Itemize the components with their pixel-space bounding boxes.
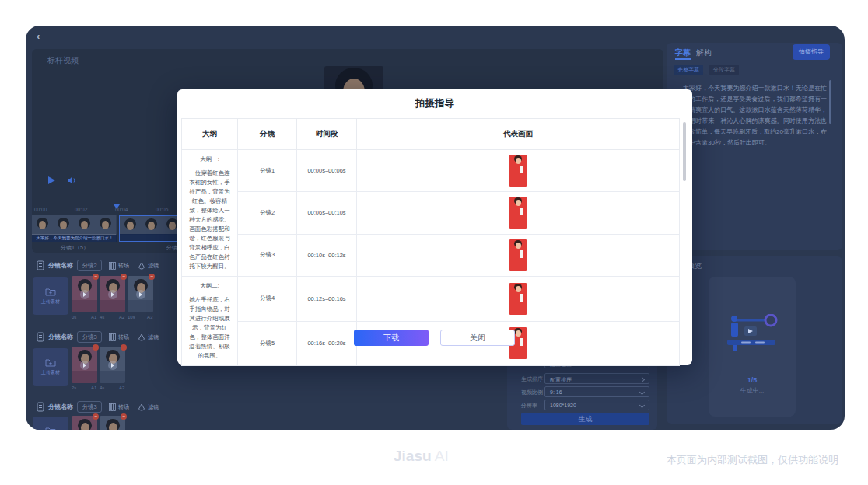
remove-clip-icon[interactable]: − — [93, 413, 99, 420]
upload-material-card[interactable]: 上传素材 — [33, 417, 68, 430]
table-header-row: 大纲 分镜 时间段 代表画面 — [182, 119, 680, 150]
modal-divider — [177, 117, 692, 117]
badge-segmented-subtitle[interactable]: 分段字幕 — [709, 65, 739, 75]
document-icon — [37, 260, 44, 270]
subtitle-text: 大家好，今天我要为您介绍一款漱口水！无论是在忙碌的工作后，还是享受美食过后，我们… — [683, 83, 827, 239]
transition-icon — [109, 403, 116, 411]
clip-thumbnail[interactable]: − — [128, 276, 153, 312]
chevron-down-icon — [639, 389, 645, 395]
table-row: 分镜2 00:06s–00:10s — [182, 192, 680, 234]
upload-label: 上传素材 — [41, 298, 60, 305]
shot-name-label: 分镜名称 — [48, 261, 73, 270]
filter-button[interactable]: 滤镜 — [138, 403, 159, 411]
remove-clip-icon[interactable]: − — [93, 274, 99, 280]
filter-icon — [138, 403, 145, 411]
remove-clip-icon[interactable]: − — [149, 274, 155, 280]
play-button[interactable] — [47, 176, 56, 185]
transition-icon — [109, 333, 116, 341]
modal-scrollbar[interactable] — [683, 122, 686, 181]
keyframe-cell — [357, 277, 680, 322]
brand-logo: Jiasu AI — [394, 448, 449, 465]
filter-label: 滤镜 — [148, 262, 159, 270]
clip-thumbnail[interactable]: − — [72, 276, 97, 312]
shooting-guide-modal: 拍摄指导 大纲 分镜 时间段 代表画面 大纲一: 一位穿着红色连衣裙的女性，手持… — [177, 89, 692, 365]
keyframe-cell — [357, 234, 680, 276]
filter-icon — [138, 333, 145, 341]
setting-value: 配置排序 — [550, 376, 572, 384]
setting-label: 视频比例 — [521, 389, 543, 396]
filter-button[interactable]: 滤镜 — [138, 262, 159, 270]
filmstrip-segment-1[interactable]: 大家好，今天我要为您介绍一款漱口水！ — [32, 215, 117, 242]
segment1-subtitle: 大家好，今天我要为您介绍一款漱口水！ — [32, 235, 117, 242]
setting-label: 生成排序 — [521, 375, 543, 383]
time-cell: 00:12s–00:16s — [297, 277, 357, 322]
remove-clip-icon[interactable]: − — [93, 344, 99, 351]
clip-time: 10s — [128, 315, 135, 319]
transition-button[interactable]: 转场 — [109, 262, 129, 270]
setting-value: 1080*1920 — [550, 403, 576, 408]
filter-icon — [138, 262, 145, 270]
shot-name-input[interactable]: 分镜3 — [77, 331, 102, 343]
upload-folder-icon — [45, 427, 56, 431]
time-cell: 00:06s–00:10s — [297, 192, 357, 234]
timeline-tick: 00:00 — [34, 207, 47, 212]
filter-button[interactable]: 滤镜 — [138, 333, 159, 341]
remove-clip-icon[interactable]: − — [121, 344, 127, 351]
shooting-guide-button[interactable]: 拍摄指导 — [793, 44, 830, 60]
clip-code: A1 — [91, 315, 96, 319]
transition-icon — [109, 262, 116, 270]
shot-name-label: 分镜名称 — [48, 333, 73, 341]
clip-thumbnail[interactable]: − — [72, 416, 97, 430]
upload-folder-icon — [45, 288, 56, 296]
video-panel-title: 标杆视频 — [47, 55, 79, 66]
volume-icon[interactable] — [67, 176, 77, 185]
table-row: 分镜5 00:16s–00:20s — [182, 321, 680, 366]
upload-material-card[interactable]: 上传素材 — [33, 348, 68, 386]
back-icon: ‹ — [37, 30, 40, 42]
transition-button[interactable]: 转场 — [109, 403, 129, 411]
close-button[interactable]: 关闭 — [440, 330, 515, 346]
page: ‹ 标杆视频 00:00 00:02 00:04 00:06 — [0, 0, 868, 485]
outline-title: 大纲一: — [187, 155, 233, 164]
shot-cell: 分镜2 — [238, 192, 297, 234]
upload-material-card[interactable]: 上传素材 — [33, 277, 68, 315]
clip-thumbnail[interactable]: − — [100, 276, 125, 312]
table-row: 大纲二: 她左手托底，右手指向物品，对其进行介绍或展示，背景为红色，整体画面洋溢… — [182, 277, 680, 322]
remove-clip-icon[interactable]: − — [121, 413, 127, 420]
time-cell: 00:16s–00:20s — [297, 321, 357, 366]
clip-code: A2 — [119, 386, 124, 390]
download-button[interactable]: 下载 — [354, 330, 429, 346]
clip-thumbnail[interactable]: − — [100, 416, 125, 430]
outline-cell-2: 大纲二: 她左手托底，右手指向物品，对其进行介绍或展示，背景为红色，整体画面洋溢… — [182, 277, 238, 366]
shot-section-1-header: 分镜名称 分镜2 转场 滤镜 — [37, 260, 159, 271]
tab-deconstruct[interactable]: 解构 — [696, 47, 712, 58]
keyframe-thumbnail — [509, 155, 527, 187]
keyframe-thumbnail — [509, 239, 527, 271]
shot-name-input[interactable]: 分镜2 — [77, 260, 102, 271]
back-button[interactable]: ‹ — [37, 30, 40, 42]
clip-time: 4s — [100, 315, 104, 319]
keyframe-cell — [357, 192, 680, 234]
outline-body: 一位穿着红色连衣裙的女性，手持产品，背景为红色。妆容精致，整体给人一种大方的感觉… — [187, 169, 233, 271]
setting-label: 分辨率 — [521, 402, 537, 410]
subtitle-scrollbar[interactable] — [829, 80, 831, 124]
play-overlay-icon — [108, 290, 117, 299]
chevron-down-icon — [639, 403, 645, 408]
shot-name-input[interactable]: 分镜3 — [77, 401, 102, 413]
document-icon — [37, 402, 44, 412]
col-header-shot: 分镜 — [238, 119, 297, 150]
timeline-tick: 00:02 — [75, 207, 87, 212]
tab-subtitle[interactable]: 字幕 — [675, 47, 691, 58]
table-row: 大纲一: 一位穿着红色连衣裙的女性，手持产品，背景为红色。妆容精致，整体给人一种… — [182, 150, 680, 192]
generate-button[interactable]: 生成 — [521, 413, 649, 425]
remove-clip-icon[interactable]: − — [121, 274, 127, 280]
transition-button[interactable]: 转场 — [109, 333, 129, 341]
clip-time: 0s — [72, 315, 76, 319]
clip-thumbnail[interactable]: − — [100, 347, 125, 383]
generation-progress: 1/5 — [709, 376, 796, 384]
badge-full-subtitle[interactable]: 完整字幕 — [674, 65, 703, 75]
setting-value: 9: 16 — [550, 389, 562, 395]
generation-status: 生成中... — [709, 386, 796, 395]
transition-label: 转场 — [118, 333, 129, 341]
clip-thumbnail[interactable]: − — [72, 347, 97, 383]
